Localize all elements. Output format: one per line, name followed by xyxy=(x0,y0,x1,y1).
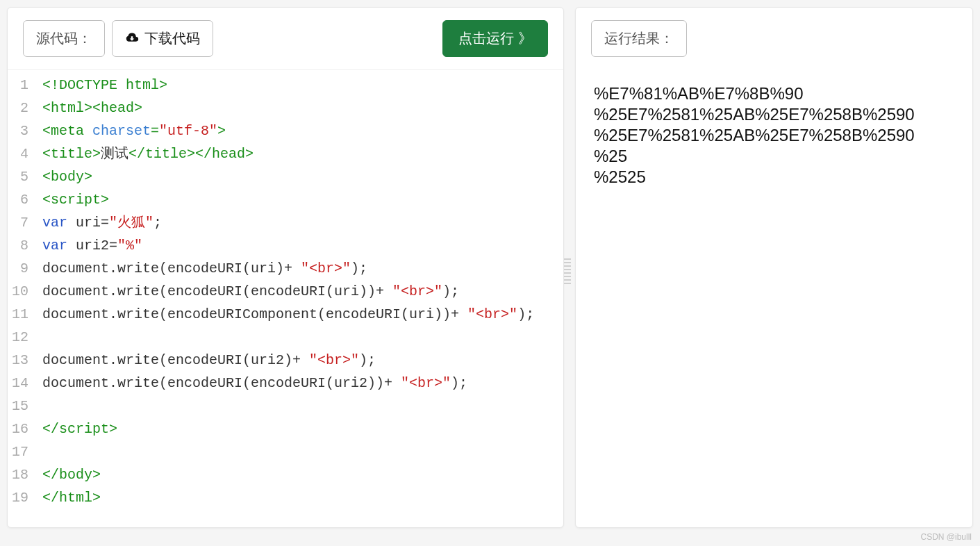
code-line[interactable]: document.write(encodeURI(uri2)+ "<br>"); xyxy=(42,349,563,372)
code-line[interactable]: <!DOCTYPE html> xyxy=(42,74,563,97)
watermark: CSDN @ibulll xyxy=(920,532,972,542)
result-panel: 运行结果： %E7%81%AB%E7%8B%90%25E7%2581%25AB%… xyxy=(575,7,973,528)
code-line[interactable]: <title>测试</title></head> xyxy=(42,142,563,165)
line-number: 1 xyxy=(8,74,33,97)
line-number: 12 xyxy=(8,326,33,349)
line-number: 19 xyxy=(8,486,33,509)
code-line[interactable]: <html><head> xyxy=(42,97,563,119)
code-line[interactable] xyxy=(42,395,563,417)
cloud-download-icon xyxy=(125,31,139,47)
run-label: 点击运行 》 xyxy=(458,29,532,48)
code-line[interactable]: <meta charset="utf-8"> xyxy=(42,119,563,142)
output-area: %E7%81%AB%E7%8B%90%25E7%2581%25AB%25E7%2… xyxy=(576,69,972,201)
line-number: 3 xyxy=(8,119,33,142)
code-line[interactable] xyxy=(42,326,563,349)
line-number: 4 xyxy=(8,142,33,165)
line-number: 5 xyxy=(8,165,33,188)
code-line[interactable]: <body> xyxy=(42,165,563,188)
line-number: 7 xyxy=(8,211,33,234)
splitter-handle[interactable] xyxy=(564,243,571,299)
result-label-text: 运行结果： xyxy=(604,29,674,48)
line-number: 6 xyxy=(8,188,33,211)
code-line[interactable]: document.write(encodeURI(uri)+ "<br>"); xyxy=(42,257,563,280)
source-label-text: 源代码： xyxy=(36,29,92,48)
run-button[interactable]: 点击运行 》 xyxy=(442,20,548,57)
main-container: 源代码： 下载代码 点击运行 》 12345678910111213141516… xyxy=(7,7,973,528)
line-number: 2 xyxy=(8,97,33,119)
source-label-button[interactable]: 源代码： xyxy=(23,20,105,57)
source-panel: 源代码： 下载代码 点击运行 》 12345678910111213141516… xyxy=(7,7,564,528)
line-number: 18 xyxy=(8,463,33,486)
line-number: 16 xyxy=(8,417,33,440)
code-line[interactable]: document.write(encodeURIComponent(encode… xyxy=(42,303,563,326)
download-button[interactable]: 下载代码 xyxy=(112,20,213,57)
code-line[interactable] xyxy=(42,440,563,463)
code-line[interactable]: var uri2="%" xyxy=(42,234,563,257)
output-line: %E7%81%AB%E7%8B%90 xyxy=(594,83,954,104)
output-line: %25E7%2581%25AB%25E7%258B%2590 xyxy=(594,125,954,146)
line-number: 13 xyxy=(8,349,33,372)
code-line[interactable]: <script> xyxy=(42,188,563,211)
code-line[interactable]: document.write(encodeURI(encodeURI(uri))… xyxy=(42,280,563,303)
code-line[interactable]: document.write(encodeURI(encodeURI(uri2)… xyxy=(42,372,563,395)
download-label: 下载代码 xyxy=(144,29,200,48)
line-gutter: 12345678910111213141516171819 xyxy=(8,70,38,527)
output-line: %25E7%2581%25AB%25E7%258B%2590 xyxy=(594,104,954,125)
line-number: 14 xyxy=(8,372,33,395)
output-line: %25 xyxy=(594,146,954,167)
code-editor[interactable]: 12345678910111213141516171819 <!DOCTYPE … xyxy=(8,69,563,527)
line-number: 9 xyxy=(8,257,33,280)
output-line: %2525 xyxy=(594,167,954,188)
result-toolbar: 运行结果： xyxy=(576,8,972,69)
line-number: 11 xyxy=(8,303,33,326)
code-area[interactable]: <!DOCTYPE html><html><head><meta charset… xyxy=(38,70,563,527)
result-label-button[interactable]: 运行结果： xyxy=(591,20,687,57)
source-toolbar: 源代码： 下载代码 点击运行 》 xyxy=(8,8,563,69)
code-line[interactable]: </html> xyxy=(42,486,563,509)
line-number: 15 xyxy=(8,395,33,417)
line-number: 10 xyxy=(8,280,33,303)
code-line[interactable]: </script> xyxy=(42,417,563,440)
line-number: 8 xyxy=(8,234,33,257)
line-number: 17 xyxy=(8,440,33,463)
code-line[interactable]: </body> xyxy=(42,463,563,486)
code-line[interactable]: var uri="火狐"; xyxy=(42,211,563,234)
